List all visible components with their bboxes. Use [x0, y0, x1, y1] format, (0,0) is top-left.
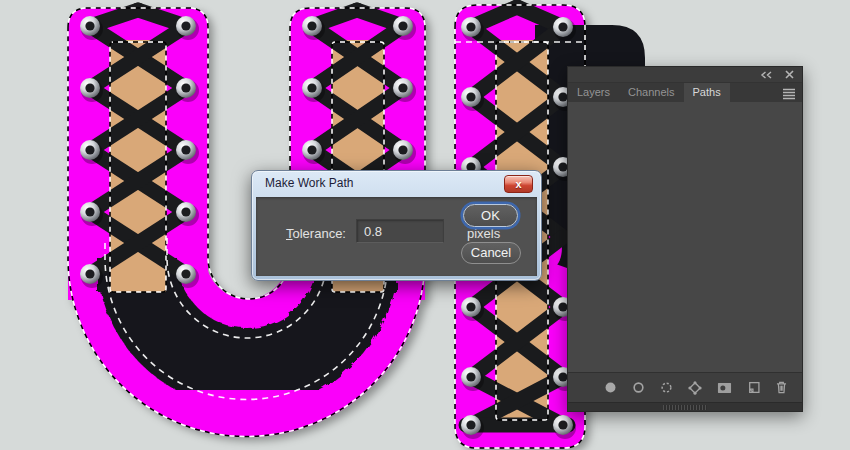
tolerance-input[interactable]: [356, 219, 444, 243]
cancel-button[interactable]: Cancel: [461, 242, 521, 264]
tab-paths[interactable]: Paths: [684, 83, 730, 102]
tab-channels[interactable]: Channels: [619, 83, 683, 102]
tab-layers[interactable]: Layers: [568, 83, 619, 102]
collapse-panels-icon[interactable]: [760, 71, 773, 79]
pixels-unit-label: pixels: [467, 226, 500, 241]
dialog-body: Tolerance: pixels OK Cancel: [256, 197, 537, 276]
paths-list-empty-area[interactable]: [568, 102, 802, 372]
close-panel-icon[interactable]: [785, 70, 794, 79]
create-new-path-icon[interactable]: [747, 381, 760, 394]
panel-footer-bar: [568, 372, 802, 402]
panel-resize-grip[interactable]: [663, 405, 707, 410]
stroke-path-icon[interactable]: [632, 381, 645, 394]
make-work-path-dialog: Make Work Path x Tolerance: pixels OK Ca…: [251, 170, 542, 281]
panel-tabbar: Layers Channels Paths: [568, 83, 802, 102]
tolerance-label: Tolerance:: [286, 226, 346, 241]
paths-panel: Layers Channels Paths: [567, 66, 803, 412]
photoshop-workspace: Make Work Path x Tolerance: pixels OK Ca…: [0, 0, 850, 450]
ok-button[interactable]: OK: [463, 204, 518, 227]
panel-resize-bar: [568, 402, 802, 411]
add-mask-icon[interactable]: [717, 382, 732, 394]
load-path-as-selection-icon[interactable]: [660, 381, 673, 394]
panel-menu-icon[interactable]: [782, 86, 796, 104]
dialog-title: Make Work Path: [265, 171, 353, 196]
dialog-close-button[interactable]: x: [504, 175, 533, 193]
make-work-path-icon[interactable]: [688, 381, 702, 395]
panel-chrome-bar: [568, 67, 802, 83]
fill-path-icon[interactable]: [604, 381, 617, 394]
delete-path-icon[interactable]: [775, 381, 788, 394]
tolerance-label-rest: olerance:: [293, 226, 346, 241]
dialog-titlebar[interactable]: Make Work Path x: [252, 171, 541, 197]
